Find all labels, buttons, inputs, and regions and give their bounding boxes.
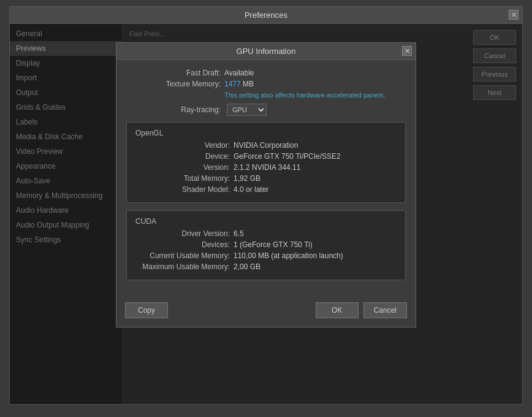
gpu-cancel-button[interactable]: Cancel <box>363 302 407 318</box>
preferences-close-button[interactable]: ✕ <box>509 10 519 20</box>
preferences-titlebar: Preferences ✕ <box>10 7 522 24</box>
cuda-devices-label: Devices: <box>135 240 234 249</box>
cuda-driver-version-row: Driver Version: 6.5 <box>135 229 397 238</box>
gpu-title: GPU Information <box>237 47 296 56</box>
cuda-devices-value: 1 (GeForce GTX 750 Ti) <box>234 240 313 249</box>
fast-draft-row: Fast Draft: Available <box>126 69 406 77</box>
cuda-max-usable-label: Maximum Usable Memory: <box>135 262 234 271</box>
gpu-body: Fast Draft: Available Texture Memory: 14… <box>116 60 416 296</box>
texture-memory-value: 1477 <box>224 80 241 88</box>
gpu-dialog-overlay: GPU Information ✕ Fast Draft: Available … <box>10 24 522 404</box>
opengl-vendor-row: Vendor: NVIDIA Corporation <box>135 141 397 150</box>
gpu-ok-button[interactable]: OK <box>316 302 359 318</box>
texture-memory-label: Texture Memory: <box>126 80 224 88</box>
ray-tracing-row: Ray-tracing: GPU CPU Off <box>126 104 406 116</box>
cuda-devices-row: Devices: 1 (GeForce GTX 750 Ti) <box>135 240 397 249</box>
cuda-section: CUDA Driver Version: 6.5 Devices: 1 (GeF… <box>126 210 406 280</box>
opengl-vendor-label: Vendor: <box>135 141 234 150</box>
gpu-titlebar: GPU Information ✕ <box>116 43 416 60</box>
preferences-window: Preferences ✕ GeneralPreviewsDisplayImpo… <box>9 6 523 405</box>
opengl-device-value: GeForce GTX 750 Ti/PCIe/SSE2 <box>234 152 341 161</box>
cuda-current-usable-label: Current Usable Memory: <box>135 251 234 260</box>
gpu-dialog: GPU Information ✕ Fast Draft: Available … <box>116 42 416 327</box>
texture-memory-row: Texture Memory: 1477 MB This setting als… <box>126 80 406 100</box>
cuda-header: CUDA <box>135 217 397 226</box>
cuda-current-usable-value: 110,00 MB (at application launch) <box>234 251 343 260</box>
cuda-driver-version-label: Driver Version: <box>135 229 234 238</box>
opengl-total-memory-value: 1,92 GB <box>234 174 260 183</box>
cuda-current-usable-row: Current Usable Memory: 110,00 MB (at app… <box>135 251 397 260</box>
opengl-shader-model-label: Shader Model: <box>135 185 234 194</box>
gpu-footer: Copy OK Cancel <box>116 296 416 327</box>
opengl-total-memory-row: Total Memory: 1,92 GB <box>135 174 397 183</box>
fast-draft-label: Fast Draft: <box>126 69 224 77</box>
ray-tracing-select[interactable]: GPU CPU Off <box>227 104 267 116</box>
opengl-shader-model-value: 4.0 or later <box>234 185 268 194</box>
opengl-device-label: Device: <box>135 152 234 161</box>
copy-button[interactable]: Copy <box>125 302 168 318</box>
ray-tracing-label: Ray-tracing: <box>126 105 224 114</box>
texture-memory-block: 1477 MB This setting also affects hardwa… <box>224 80 386 100</box>
cuda-driver-version-value: 6.5 <box>234 229 244 238</box>
texture-note: This setting also affects hardware-accel… <box>224 91 386 100</box>
opengl-total-memory-label: Total Memory: <box>135 174 234 183</box>
opengl-version-row: Version: 2.1.2 NVIDIA 344.11 <box>135 163 397 172</box>
gpu-footer-right: OK Cancel <box>316 302 407 318</box>
fast-draft-value: Available <box>224 69 254 77</box>
opengl-shader-model-row: Shader Model: 4.0 or later <box>135 185 397 194</box>
cuda-max-usable-value: 2,00 GB <box>234 262 260 271</box>
opengl-version-value: 2.1.2 NVIDIA 344.11 <box>234 163 300 172</box>
opengl-version-label: Version: <box>135 163 234 172</box>
opengl-device-row: Device: GeForce GTX 750 Ti/PCIe/SSE2 <box>135 152 397 161</box>
preferences-title: Preferences <box>245 10 287 20</box>
cuda-max-usable-row: Maximum Usable Memory: 2,00 GB <box>135 262 397 271</box>
opengl-section: OpenGL Vendor: NVIDIA Corporation Device… <box>126 122 406 203</box>
opengl-vendor-value: NVIDIA Corporation <box>234 141 298 150</box>
gpu-close-button[interactable]: ✕ <box>402 46 412 56</box>
opengl-header: OpenGL <box>135 129 397 137</box>
